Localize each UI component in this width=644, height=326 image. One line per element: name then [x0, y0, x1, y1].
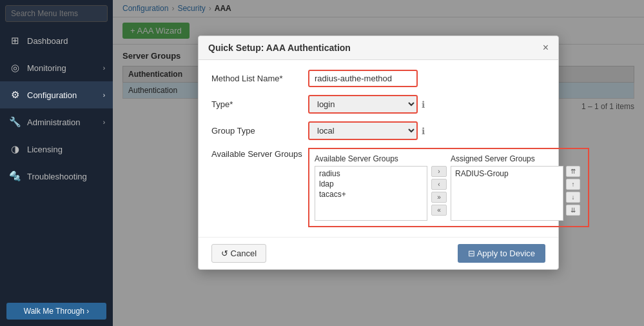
search-input[interactable] [5, 5, 108, 22]
sidebar-item-label: Configuration [27, 90, 77, 100]
available-groups-wrap: Available Server Groups radius ldap taca… [315, 154, 427, 221]
list-item[interactable]: ldap [317, 179, 425, 189]
move-right-button[interactable]: › [431, 166, 447, 177]
modal-header: Quick Setup: AAA Authentication × [199, 36, 558, 60]
sidebar-item-troubleshooting[interactable]: 🔩 Troubleshooting [0, 163, 113, 190]
chevron-right-icon: › [103, 92, 105, 99]
walk-me-through-button[interactable]: Walk Me Through › [6, 303, 106, 320]
sidebar-search-container [0, 0, 113, 27]
sidebar-item-dashboard[interactable]: ⊞ Dashboard [0, 27, 113, 54]
sidebar-item-label: Troubleshooting [27, 172, 87, 181]
sidebar-item-licensing[interactable]: ◑ Licensing [0, 136, 113, 163]
modal-body: Method List Name* Type* login exec comma… [199, 60, 558, 237]
cancel-button[interactable]: ↺ Cancel [211, 244, 266, 263]
list-item[interactable]: RADIUS-Group [453, 168, 561, 179]
server-groups-label: Available Server Groups [211, 148, 308, 159]
type-wrap: login exec commands ℹ [308, 95, 425, 114]
group-type-row: Group Type local radius ldap tacacs+ ℹ [211, 121, 545, 140]
licensing-icon: ◑ [8, 142, 22, 156]
sidebar-item-configuration[interactable]: ⚙ Configuration › [0, 81, 113, 108]
sidebar-bottom: Walk Me Through › [0, 296, 113, 326]
sidebar-item-label: Administration [27, 117, 80, 127]
group-type-wrap: local radius ldap tacacs+ ℹ [308, 121, 425, 140]
transfer-buttons-group: › ‹ » « [427, 166, 451, 216]
troubleshooting-icon: 🔩 [8, 169, 22, 183]
server-groups-section: Available Server Groups Available Server… [211, 148, 545, 227]
assigned-groups-label: Assigned Server Groups [451, 154, 563, 163]
group-type-select[interactable]: local radius ldap tacacs+ [308, 121, 418, 140]
available-groups-label: Available Server Groups [315, 154, 427, 163]
sidebar-item-administration[interactable]: 🔧 Administration › [0, 108, 113, 136]
move-all-left-button[interactable]: « [431, 205, 447, 216]
move-down-button[interactable]: ↓ [566, 192, 580, 203]
assigned-groups-wrap: Assigned Server Groups RADIUS-Group [451, 154, 563, 221]
list-item[interactable]: radius [317, 168, 425, 179]
move-to-top-button[interactable]: ⇈ [566, 166, 580, 177]
available-groups-list[interactable]: radius ldap tacacs+ [315, 166, 427, 221]
modal-overlay: Quick Setup: AAA Authentication × Method… [113, 0, 644, 326]
dashboard-icon: ⊞ [8, 34, 22, 48]
chevron-right-icon: › [103, 119, 105, 126]
modal-footer: ↺ Cancel ⊟ Apply to Device [199, 237, 558, 269]
list-item[interactable]: tacacs+ [317, 189, 425, 199]
modal-close-button[interactable]: × [543, 43, 549, 53]
method-list-name-input[interactable] [308, 70, 418, 87]
move-left-button[interactable]: ‹ [431, 179, 447, 190]
sidebar-item-label: Licensing [27, 145, 63, 154]
sidebar-item-label: Dashboard [27, 36, 68, 46]
monitoring-icon: ◎ [8, 61, 22, 75]
type-row: Type* login exec commands ℹ [211, 95, 545, 114]
move-to-bottom-button[interactable]: ⇊ [566, 205, 580, 216]
move-all-right-button[interactable]: » [431, 192, 447, 203]
group-type-info-icon[interactable]: ℹ [422, 126, 425, 136]
modal-title: Quick Setup: AAA Authentication [208, 43, 351, 53]
sidebar: ⊞ Dashboard ◎ Monitoring › ⚙ Configurati… [0, 0, 113, 326]
type-label: Type* [211, 99, 308, 109]
method-list-name-wrap [308, 70, 418, 87]
order-buttons-group: ⇈ ↑ ↓ ⇊ [563, 166, 583, 216]
main-content: Configuration › Security › AAA + AAA Wiz… [113, 0, 644, 326]
sidebar-item-monitoring[interactable]: ◎ Monitoring › [0, 54, 113, 81]
type-select[interactable]: login exec commands [308, 95, 418, 114]
configuration-icon: ⚙ [8, 88, 22, 102]
type-info-icon[interactable]: ℹ [422, 99, 425, 110]
modal-dialog: Quick Setup: AAA Authentication × Method… [198, 36, 559, 270]
chevron-right-icon: › [103, 65, 105, 72]
server-groups-box: Available Server Groups radius ldap taca… [308, 148, 589, 227]
move-up-button[interactable]: ↑ [566, 179, 580, 190]
apply-to-device-button[interactable]: ⊟ Apply to Device [458, 244, 545, 263]
method-list-name-label: Method List Name* [211, 74, 308, 83]
assigned-groups-list[interactable]: RADIUS-Group [451, 166, 563, 221]
group-type-label: Group Type [211, 126, 308, 136]
sidebar-item-label: Monitoring [27, 63, 66, 73]
method-list-name-row: Method List Name* [211, 70, 545, 87]
administration-icon: 🔧 [8, 115, 22, 129]
